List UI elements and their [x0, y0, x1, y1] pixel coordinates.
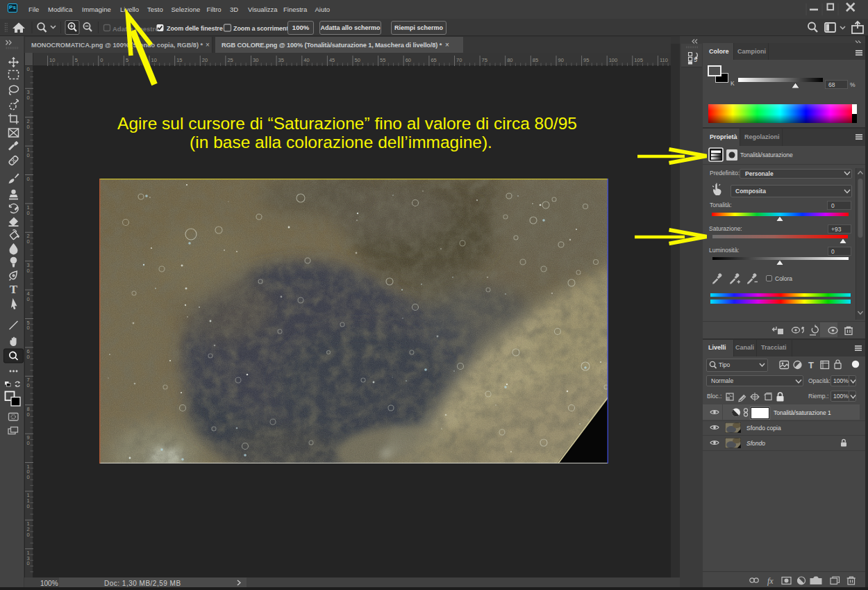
svg-text:0: 0 — [27, 176, 30, 182]
svg-text:10: 10 — [151, 57, 157, 63]
svg-text:35: 35 — [278, 57, 284, 63]
svg-text:0: 0 — [27, 124, 30, 130]
svg-text:85: 85 — [533, 57, 538, 63]
svg-text:0: 0 — [27, 503, 30, 509]
svg-text:95: 95 — [583, 57, 589, 63]
svg-text:0: 0 — [27, 411, 30, 418]
svg-text:75: 75 — [482, 57, 487, 63]
svg-text:0: 0 — [27, 152, 30, 158]
svg-text:20: 20 — [202, 57, 208, 63]
svg-text:0: 0 — [27, 532, 30, 538]
svg-text:45: 45 — [329, 57, 335, 63]
svg-text:T: T — [10, 283, 18, 296]
svg-text:0: 0 — [27, 296, 30, 302]
svg-text:100: 100 — [609, 57, 618, 63]
svg-text:0: 0 — [27, 238, 30, 245]
svg-text:65: 65 — [431, 57, 436, 63]
svg-text:55: 55 — [380, 57, 385, 63]
svg-text:60: 60 — [406, 57, 411, 63]
svg-text:0: 0 — [27, 474, 30, 480]
svg-text:0: 0 — [27, 210, 30, 216]
svg-text:110: 110 — [660, 57, 668, 63]
svg-text:0: 0 — [27, 66, 30, 72]
svg-text:5: 5 — [126, 57, 128, 63]
svg-text:70: 70 — [456, 57, 462, 63]
svg-text:0: 0 — [27, 268, 30, 274]
svg-text:T: T — [808, 360, 814, 370]
svg-text:80: 80 — [507, 57, 512, 63]
svg-text:0: 0 — [100, 57, 103, 63]
svg-text:5: 5 — [75, 57, 78, 63]
svg-text:0: 0 — [27, 560, 30, 566]
svg-text:15: 15 — [176, 57, 182, 63]
svg-text:0: 0 — [27, 354, 30, 360]
svg-text:30: 30 — [253, 57, 258, 63]
svg-text:50: 50 — [355, 57, 360, 63]
svg-text:90: 90 — [558, 57, 564, 63]
svg-text:0: 0 — [27, 95, 30, 101]
svg-text:0: 0 — [27, 382, 30, 388]
svg-text:25: 25 — [227, 57, 233, 63]
svg-text:10: 10 — [49, 57, 55, 63]
svg-text:105: 105 — [634, 57, 643, 63]
svg-text:0: 0 — [27, 440, 30, 446]
svg-text:40: 40 — [303, 57, 309, 63]
svg-text:5: 5 — [694, 56, 697, 63]
svg-text:fx: fx — [767, 576, 774, 586]
svg-text:0: 0 — [27, 325, 30, 331]
